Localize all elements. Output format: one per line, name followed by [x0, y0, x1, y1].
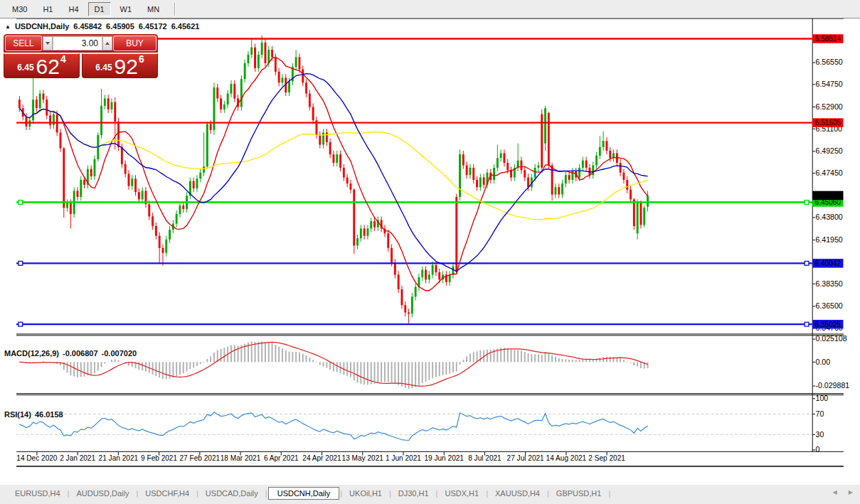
candle-body: [326, 132, 328, 142]
line-handle[interactable]: [805, 322, 809, 326]
volume-decrease-button[interactable]: [43, 36, 53, 50]
date-axis-label: 2 Jan 2021: [60, 454, 95, 462]
volume-increase-button[interactable]: [102, 36, 112, 50]
candle-body: [49, 115, 51, 125]
candle-body: [333, 154, 335, 163]
candle-body: [258, 55, 260, 68]
macd-bar: [579, 360, 580, 363]
line-handle[interactable]: [18, 261, 23, 265]
date-axis-label: 14 Dec 2020: [16, 454, 58, 462]
date-axis-label: 13 May 2021: [342, 454, 384, 462]
candle-body: [182, 205, 184, 209]
symbol-tab-bar: EURUSD,H4|AUDUSD,Daily|USDCHF,H4|USDCAD,…: [0, 485, 860, 504]
candle-body: [367, 228, 369, 235]
macd-bar: [292, 352, 293, 362]
macd-bar: [306, 355, 307, 362]
sell-button[interactable]: SELL: [5, 36, 42, 51]
chart-tab-gbpusd[interactable]: GBPUSD,H1: [550, 487, 608, 500]
macd-bar: [517, 350, 519, 362]
candle-body: [244, 63, 246, 79]
line-handle[interactable]: [805, 261, 809, 265]
timeframe-button-mn[interactable]: MN: [141, 2, 166, 16]
macd-bar: [203, 362, 205, 363]
tab-separator: |: [547, 489, 549, 498]
macd-bar: [411, 362, 413, 388]
macd-bar: [107, 362, 109, 363]
candle-body: [599, 147, 601, 156]
candle-body: [336, 154, 338, 163]
candle-body: [373, 221, 376, 227]
sell-price-quote[interactable]: 6.45 62 4: [4, 53, 80, 78]
macd-bar: [435, 362, 437, 377]
macd-bar: [477, 351, 478, 362]
macd-value: -0.006807: [63, 349, 98, 358]
buy-button[interactable]: BUY: [113, 36, 156, 51]
timeframe-button-w1[interactable]: W1: [114, 2, 139, 16]
candle-body: [206, 124, 208, 166]
timeframe-button-h1[interactable]: H1: [36, 2, 59, 16]
macd-bar: [589, 360, 590, 363]
macd-bar: [575, 360, 577, 362]
macd-bar: [223, 348, 225, 362]
candle-body: [165, 240, 167, 253]
candle-body: [77, 191, 79, 197]
macd-bar: [70, 362, 71, 375]
macd-axis-label: 0.00: [816, 358, 831, 366]
macd-bar: [381, 362, 382, 382]
macd-bar: [627, 361, 628, 362]
line-handle[interactable]: [805, 200, 809, 205]
candle-body: [493, 168, 495, 180]
macd-bar: [630, 362, 632, 363]
candle-body: [565, 175, 567, 183]
line-handle[interactable]: [18, 322, 23, 326]
tab-scroll-left-icon[interactable]: ◀: [832, 489, 837, 495]
price-badge-label: 6.58514: [815, 35, 842, 43]
macd-bar: [295, 352, 297, 362]
chart-tab-eurusd[interactable]: EURUSD,H4: [9, 487, 67, 500]
chart-tab-usdchf[interactable]: USDCHF,H4: [139, 487, 196, 500]
candle-body: [227, 94, 229, 104]
candle-body: [216, 87, 218, 98]
chart-tab-usdx[interactable]: USDX,H1: [438, 487, 485, 500]
buy-price-quote[interactable]: 6.45 92 6: [82, 53, 158, 78]
chart-tab-usdcnh[interactable]: USDCNH,Daily: [268, 487, 340, 500]
macd-bar: [193, 362, 194, 368]
chart-tab-xauusd[interactable]: XAUUSD,H4: [489, 487, 546, 500]
tab-separator: |: [68, 489, 70, 498]
timeframe-button-m30[interactable]: M30: [6, 2, 33, 16]
macd-bar: [323, 362, 324, 366]
macd-bar: [565, 359, 566, 362]
line-handle[interactable]: [18, 200, 23, 205]
volume-input[interactable]: [53, 36, 102, 50]
tab-scroll-right-icon[interactable]: ▶: [849, 489, 853, 495]
macd-bar: [541, 355, 543, 362]
candle-body: [353, 190, 355, 246]
candle-body: [176, 214, 178, 224]
candle-body: [554, 187, 556, 194]
price-axis-label: 6.43800: [816, 213, 843, 221]
macd-bar: [521, 351, 522, 363]
candle-body: [36, 100, 38, 108]
price-axis-label: 6.56550: [816, 58, 843, 66]
timeframe-button-h4[interactable]: H4: [62, 2, 85, 16]
timeframe-button-d1[interactable]: D1: [88, 2, 111, 16]
macd-bar: [377, 362, 378, 382]
macd-bar: [316, 362, 317, 363]
macd-bar: [189, 362, 191, 369]
macd-bar: [152, 362, 154, 374]
collapse-triangle-icon[interactable]: ▲: [5, 23, 11, 30]
candle-body: [404, 305, 406, 312]
macd-bar: [186, 362, 188, 371]
candle-body: [578, 168, 580, 178]
chart-tab-usdcad[interactable]: USDCAD,Daily: [199, 487, 265, 500]
chart-tab-dj30[interactable]: DJ30,H1: [392, 487, 435, 500]
trade-panel-top-row: SELL BUY: [4, 34, 158, 53]
candle-body: [271, 50, 273, 57]
candle-body: [220, 98, 222, 109]
chart-tab-ukoil[interactable]: UKOil,H1: [343, 487, 388, 500]
macd-bar: [159, 362, 160, 377]
date-axis-label: 14 Aug 2021: [546, 454, 587, 462]
candle-body: [387, 233, 389, 248]
chart-canvas[interactable]: 6.565506.547506.529006.511006.492506.474…: [0, 18, 860, 485]
chart-tab-audusd[interactable]: AUDUSD,Daily: [70, 487, 135, 500]
